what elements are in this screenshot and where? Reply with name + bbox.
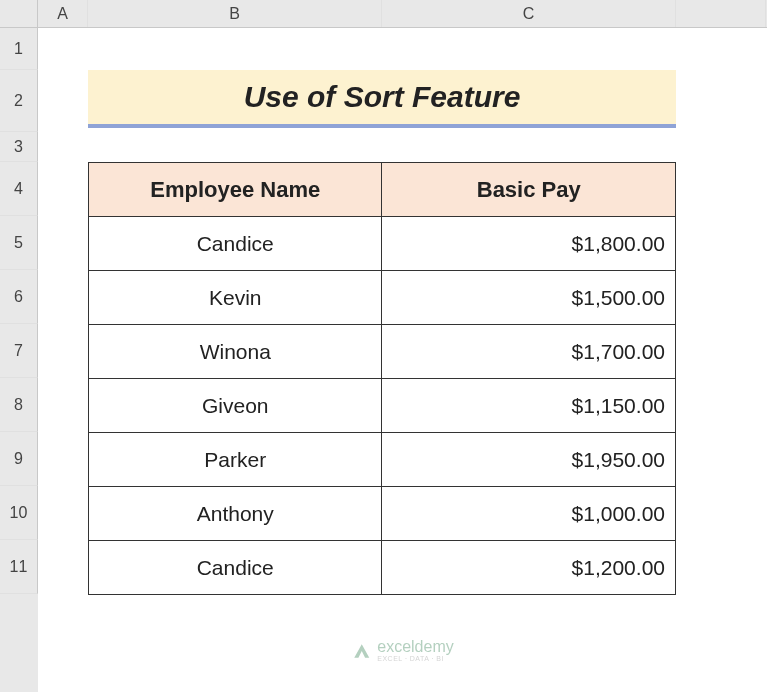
column-header-row: A B C <box>38 0 767 28</box>
cell-pay[interactable]: $1,150.00 <box>382 379 676 433</box>
table-row: Anthony $1,000.00 <box>89 487 676 541</box>
grid-body[interactable]: Use of Sort Feature Employee Name Basic … <box>38 28 767 692</box>
watermark-text: exceldemy EXCEL · DATA · BI <box>377 639 453 662</box>
table-row: Candice $1,200.00 <box>89 541 676 595</box>
header-basic-pay[interactable]: Basic Pay <box>382 163 676 217</box>
table-row: Candice $1,800.00 <box>89 217 676 271</box>
col-header-d[interactable] <box>676 0 766 27</box>
row-header-2[interactable]: 2 <box>0 70 38 132</box>
select-all-corner[interactable] <box>0 0 38 28</box>
table-row: Winona $1,700.00 <box>89 325 676 379</box>
cell-name[interactable]: Parker <box>89 433 382 487</box>
table-header-row: Employee Name Basic Pay <box>89 163 676 217</box>
row-header-7[interactable]: 7 <box>0 324 38 378</box>
row-header-4[interactable]: 4 <box>0 162 38 216</box>
row-header-column: 1 2 3 4 5 6 7 8 9 10 11 <box>0 0 38 692</box>
cell-name[interactable]: Kevin <box>89 271 382 325</box>
cell-pay[interactable]: $1,200.00 <box>382 541 676 595</box>
watermark: exceldemy EXCEL · DATA · BI <box>351 639 453 662</box>
col-header-b[interactable]: B <box>88 0 382 27</box>
header-employee-name[interactable]: Employee Name <box>89 163 382 217</box>
title-banner[interactable]: Use of Sort Feature <box>88 70 676 128</box>
row-header-1[interactable]: 1 <box>0 28 38 70</box>
cell-pay[interactable]: $1,700.00 <box>382 325 676 379</box>
cell-name[interactable]: Winona <box>89 325 382 379</box>
cell-name[interactable]: Anthony <box>89 487 382 541</box>
table-row: Giveon $1,150.00 <box>89 379 676 433</box>
row-header-6[interactable]: 6 <box>0 270 38 324</box>
spreadsheet-view: 1 2 3 4 5 6 7 8 9 10 11 A B C Use of Sor… <box>0 0 767 692</box>
row-header-8[interactable]: 8 <box>0 378 38 432</box>
col-header-a[interactable]: A <box>38 0 88 27</box>
cell-name[interactable]: Giveon <box>89 379 382 433</box>
cell-pay[interactable]: $1,500.00 <box>382 271 676 325</box>
row-header-9[interactable]: 9 <box>0 432 38 486</box>
employee-table: Employee Name Basic Pay Candice $1,800.0… <box>88 162 676 595</box>
grid-area: A B C Use of Sort Feature Employee Name … <box>38 0 767 692</box>
watermark-main: exceldemy <box>377 639 453 655</box>
logo-icon <box>351 641 371 661</box>
col-header-c[interactable]: C <box>382 0 676 27</box>
table-row: Parker $1,950.00 <box>89 433 676 487</box>
cell-name[interactable]: Candice <box>89 217 382 271</box>
row-header-10[interactable]: 10 <box>0 486 38 540</box>
cell-pay[interactable]: $1,950.00 <box>382 433 676 487</box>
cell-pay[interactable]: $1,000.00 <box>382 487 676 541</box>
row-header-11[interactable]: 11 <box>0 540 38 594</box>
cell-name[interactable]: Candice <box>89 541 382 595</box>
row-header-3[interactable]: 3 <box>0 132 38 162</box>
cell-pay[interactable]: $1,800.00 <box>382 217 676 271</box>
row-header-5[interactable]: 5 <box>0 216 38 270</box>
watermark-sub: EXCEL · DATA · BI <box>377 655 453 662</box>
table-row: Kevin $1,500.00 <box>89 271 676 325</box>
